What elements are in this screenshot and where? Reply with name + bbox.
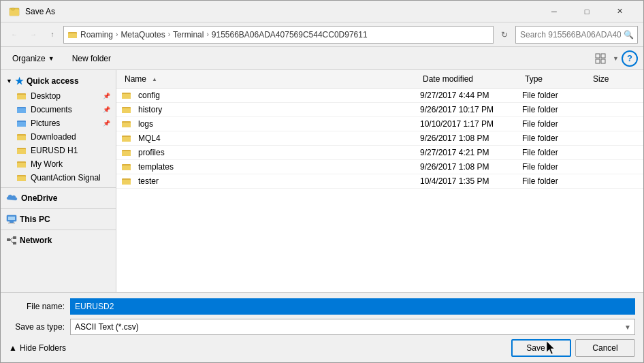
path-terminal[interactable]: Terminal: [173, 30, 204, 40]
svg-line-38: [10, 238, 13, 240]
svg-rect-33: [10, 221, 14, 223]
col-header-type[interactable]: Type: [522, 73, 545, 85]
file-name: tester: [138, 176, 159, 186]
pictures-pin-icon: 📌: [103, 120, 110, 127]
svg-rect-59: [122, 180, 131, 185]
svg-rect-9: [601, 59, 605, 63]
svg-rect-50: [122, 137, 131, 142]
minimize-button[interactable]: ─: [538, 3, 570, 20]
back-button[interactable]: ←: [6, 27, 22, 43]
table-row[interactable]: logs 10/10/2017 1:17 PM File folder: [116, 117, 643, 131]
svg-rect-12: [18, 93, 21, 95]
sidebar-item-pictures[interactable]: Pictures 📌: [1, 116, 116, 130]
quick-access-collapse-icon: ▼: [6, 78, 12, 84]
desktop-pin-icon: 📌: [103, 93, 110, 99]
sidebar-item-downloaded[interactable]: Downloaded: [1, 130, 116, 144]
path-roaming[interactable]: Roaming: [80, 30, 113, 40]
col-header-date[interactable]: Date modified: [420, 73, 476, 85]
onedrive-icon: [6, 193, 18, 203]
sidebar-item-desktop[interactable]: Desktop 📌: [1, 89, 116, 103]
sidebar-item-eurusd[interactable]: EURUSD H1: [1, 144, 116, 157]
hide-folders-label: Hide Folders: [20, 343, 66, 353]
file-name: profiles: [138, 148, 165, 157]
svg-rect-23: [17, 149, 26, 154]
file-type: File folder: [522, 162, 590, 172]
cursor-icon: [547, 341, 556, 355]
search-input[interactable]: [515, 26, 638, 44]
view-dropdown-icon[interactable]: ▼: [613, 50, 619, 67]
refresh-button[interactable]: ↻: [496, 27, 513, 43]
address-path[interactable]: Roaming › MetaQuotes › Terminal › 915566…: [63, 26, 494, 44]
svg-rect-35: [7, 238, 10, 241]
savetype-select[interactable]: ASCII Text (*.csv): [70, 319, 635, 335]
svg-rect-7: [601, 54, 605, 58]
path-metaquotes[interactable]: MetaQuotes: [120, 30, 165, 40]
file-rows-container: config 9/27/2017 4:44 PM File folder his…: [116, 89, 643, 189]
svg-rect-27: [18, 161, 21, 163]
help-button[interactable]: ?: [622, 50, 638, 67]
mywork-folder-icon: [17, 159, 27, 169]
main-content: ▼ ★ Quick access Desktop 📌: [1, 70, 643, 292]
svg-rect-6: [596, 54, 600, 58]
file-folder-icon: [122, 133, 131, 143]
table-row[interactable]: profiles 9/27/2017 4:21 PM File folder: [116, 146, 643, 160]
file-name: MQL4: [138, 133, 161, 143]
svg-rect-24: [18, 148, 21, 149]
svg-rect-34: [8, 223, 15, 223]
sidebar: ▼ ★ Quick access Desktop 📌: [1, 70, 116, 292]
file-list-header: Name ▲ Date modified Type Size: [116, 70, 643, 89]
thispc-item[interactable]: This PC: [1, 212, 116, 227]
table-row[interactable]: history 9/26/2017 10:17 PM File folder: [116, 103, 643, 117]
col-header-size[interactable]: Size: [590, 73, 611, 85]
svg-rect-14: [17, 108, 26, 113]
svg-rect-8: [596, 59, 600, 63]
file-date: 9/26/2017 1:08 PM: [420, 133, 522, 143]
sidebar-item-documents[interactable]: Documents 📌: [1, 103, 116, 116]
svg-rect-15: [18, 107, 21, 108]
documents-folder-icon: [17, 105, 27, 114]
sidebar-item-mywork[interactable]: My Work: [1, 157, 116, 171]
file-type: File folder: [522, 91, 590, 100]
dialog-icon: [9, 6, 20, 17]
sidebar-item-quantaction[interactable]: QuantAction Signal: [1, 171, 116, 185]
svg-rect-41: [122, 94, 131, 99]
up-button[interactable]: ↑: [44, 27, 61, 43]
address-bar: ← → ↑ Roaming › MetaQuotes › Terminal › …: [1, 22, 643, 47]
file-list[interactable]: Name ▲ Date modified Type Size: [116, 70, 643, 292]
col-header-name[interactable]: Name: [122, 73, 149, 85]
file-type: File folder: [522, 148, 590, 157]
table-row[interactable]: tester 10/4/2017 1:35 PM File folder: [116, 174, 643, 189]
new-folder-button[interactable]: New folder: [66, 51, 117, 66]
svg-rect-47: [122, 123, 131, 127]
onedrive-item[interactable]: OneDrive: [1, 191, 116, 206]
path-id[interactable]: 915566BA06ADA407569C544CC0D97611: [212, 30, 368, 40]
table-row[interactable]: templates 9/26/2017 1:08 PM File folder: [116, 160, 643, 174]
svg-rect-30: [18, 175, 21, 176]
svg-rect-2: [12, 8, 14, 10]
svg-rect-21: [18, 134, 21, 136]
maximize-button[interactable]: □: [571, 3, 602, 20]
network-item[interactable]: Network: [1, 233, 116, 248]
quick-access-header[interactable]: ▼ ★ Quick access: [1, 73, 116, 89]
svg-rect-57: [123, 164, 126, 165]
close-button[interactable]: ✕: [604, 3, 635, 20]
cancel-button[interactable]: Cancel: [575, 339, 635, 357]
forward-button[interactable]: →: [25, 27, 42, 43]
svg-rect-20: [17, 136, 26, 140]
file-folder-icon: [122, 119, 131, 129]
filename-input[interactable]: [70, 298, 635, 315]
save-button[interactable]: Save: [511, 339, 571, 357]
view-button[interactable]: [591, 50, 610, 67]
organize-button[interactable]: Organize ▼: [6, 51, 61, 66]
file-folder-icon: [122, 176, 131, 186]
sort-arrow: ▲: [152, 76, 157, 82]
table-row[interactable]: config 9/27/2017 4:44 PM File folder: [116, 89, 643, 103]
table-row[interactable]: MQL4 9/26/2017 1:08 PM File folder: [116, 131, 643, 146]
svg-rect-53: [122, 151, 131, 156]
title-text: Save As: [25, 7, 55, 16]
pictures-folder-icon: [17, 119, 27, 128]
organize-dropdown-icon: ▼: [48, 55, 54, 62]
file-date: 9/27/2017 4:44 PM: [420, 91, 522, 100]
savetype-label: Save as type:: [9, 322, 70, 332]
hide-folders-toggle[interactable]: ▲ Hide Folders: [9, 343, 507, 353]
